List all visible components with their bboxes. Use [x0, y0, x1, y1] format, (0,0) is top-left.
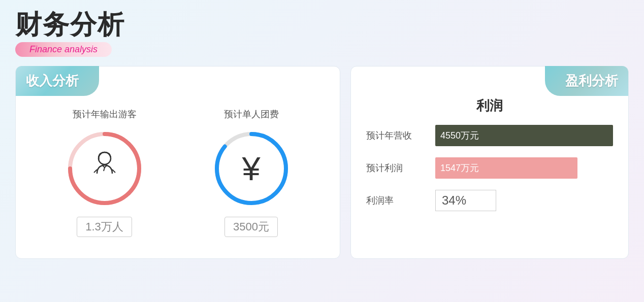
- rate-label: 利润率: [366, 194, 427, 207]
- left-panel-title: 收入分析: [26, 73, 79, 88]
- person-icon: [87, 148, 122, 189]
- profit-row: 预计利润 1547万元: [366, 157, 613, 179]
- content-area: 收入分析 预计年输出游客: [15, 66, 629, 259]
- yuan-label: 预计单人团费: [224, 108, 279, 120]
- left-panel: 收入分析 预计年输出游客: [15, 66, 340, 259]
- title-section: 财务分析 Finance analysis: [15, 10, 629, 57]
- visitor-value: 1.3万人: [77, 217, 132, 237]
- profit-title: 利润: [366, 97, 613, 115]
- page: 财务分析 Finance analysis 收入分析 预计年输出游客: [0, 0, 644, 302]
- rate-bar-container: 34%: [435, 190, 613, 211]
- rate-row: 利润率 34%: [366, 190, 613, 211]
- right-panel-header: 盈利分析: [545, 66, 628, 96]
- visitor-label: 预计年输出游客: [73, 108, 137, 120]
- circles-area: 预计年输出游客: [31, 102, 325, 243]
- subtitle-text: Finance analysis: [29, 44, 98, 54]
- profit-bar-container: 1547万元: [435, 157, 613, 179]
- visitor-circle-item: 预计年输出游客: [64, 108, 145, 237]
- subtitle-badge: Finance analysis: [15, 42, 112, 57]
- revenue-bar: 4550万元: [435, 125, 613, 146]
- right-panel: 盈利分析 利润 预计年营收 4550万元 预计利润: [350, 66, 629, 259]
- revenue-label: 预计年营收: [366, 129, 427, 142]
- yuan-value: 3500元: [224, 217, 278, 237]
- profit-content: 利润 预计年营收 4550万元 预计利润 1547万元: [366, 97, 613, 211]
- rate-box: 34%: [435, 190, 496, 211]
- revenue-bar-text: 4550万元: [440, 129, 479, 142]
- revenue-bar-container: 4550万元: [435, 125, 613, 146]
- yuan-icon: ¥: [242, 152, 260, 185]
- profit-bar: 1547万元: [435, 157, 577, 179]
- profit-label: 预计利润: [366, 162, 427, 174]
- revenue-row: 预计年营收 4550万元: [366, 125, 613, 146]
- visitor-circle-wrapper: [64, 128, 145, 209]
- yuan-circle-wrapper: ¥: [211, 128, 292, 209]
- yuan-circle-item: 预计单人团费 ¥ 3500元: [211, 108, 292, 237]
- left-panel-header: 收入分析: [16, 66, 99, 96]
- main-title: 财务分析: [15, 10, 629, 39]
- person-svg: [87, 148, 122, 184]
- profit-bar-text: 1547万元: [440, 162, 479, 174]
- right-panel-title: 盈利分析: [565, 73, 618, 88]
- rate-value: 34%: [442, 193, 466, 208]
